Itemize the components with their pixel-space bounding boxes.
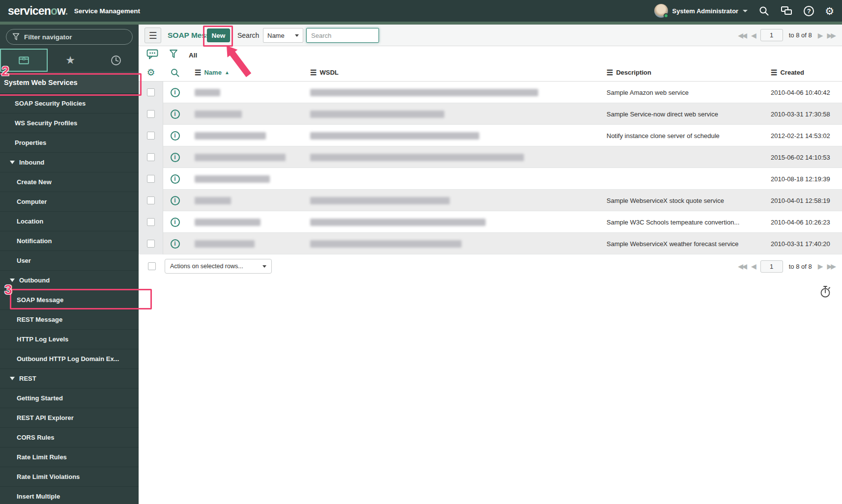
- previous-page-button[interactable]: ◀: [751, 32, 756, 39]
- record-name-redacted[interactable]: [195, 154, 286, 161]
- search-icon[interactable]: [758, 5, 769, 16]
- record-name-redacted[interactable]: [195, 111, 242, 118]
- info-icon[interactable]: i: [171, 174, 180, 184]
- first-page-button[interactable]: ◀◀: [738, 32, 747, 39]
- sidebar-item-rate-limit-violations[interactable]: Rate Limit Violations: [0, 467, 139, 486]
- record-name-redacted[interactable]: [195, 219, 261, 226]
- row-checkbox[interactable]: [147, 132, 155, 140]
- box-icon: [18, 54, 30, 66]
- sidebar-item-notification[interactable]: Notification: [0, 231, 139, 251]
- sidebar-item-outbound[interactable]: Outbound: [0, 270, 139, 290]
- row-checkbox[interactable]: [147, 153, 155, 161]
- table-row[interactable]: i 2010-08-18 12:19:39: [139, 168, 842, 190]
- sidebar-item-outbound-http-log-domain-ex[interactable]: Outbound HTTP Log Domain Ex...: [0, 349, 139, 368]
- sidebar-item-computer[interactable]: Computer: [0, 192, 139, 211]
- application-navigator: ★ System Web Services SOAP Security Poli…: [0, 25, 139, 504]
- table-row[interactable]: i Sample Amazon web service 2010-04-06 1…: [139, 82, 842, 103]
- sidebar-item-rest[interactable]: REST: [0, 368, 139, 388]
- info-icon[interactable]: i: [171, 88, 180, 97]
- last-page-button[interactable]: ▶▶: [827, 32, 836, 39]
- personalize-list-gear-icon[interactable]: ⚙: [139, 68, 163, 77]
- column-menu-icon[interactable]: ☰: [607, 69, 613, 76]
- sidebar-item-ws-security-profiles[interactable]: WS Security Profiles: [0, 113, 139, 133]
- tab-history[interactable]: [93, 49, 139, 72]
- info-icon[interactable]: i: [171, 110, 180, 119]
- search-column-select[interactable]: Name: [263, 28, 303, 43]
- sidebar-item-location[interactable]: Location: [0, 211, 139, 231]
- column-menu-icon[interactable]: ☰: [310, 69, 317, 76]
- table-row[interactable]: i Sample W3C Schools tempeature converti…: [139, 211, 842, 233]
- table-row[interactable]: i 2015-06-02 14:10:53: [139, 146, 842, 168]
- search-column-value: Name: [267, 32, 285, 39]
- list-search-input[interactable]: [306, 28, 379, 43]
- chevron-down-icon: [295, 34, 299, 37]
- first-page-button[interactable]: ◀◀: [738, 263, 747, 270]
- help-icon[interactable]: ?: [804, 6, 814, 16]
- user-menu[interactable]: System Administrator: [654, 4, 748, 18]
- list-context-menu-button[interactable]: ☰: [145, 28, 161, 43]
- row-checkbox[interactable]: [147, 110, 155, 118]
- record-created: 2010-03-31 17:40:20: [771, 240, 842, 248]
- row-checkbox[interactable]: [147, 175, 155, 183]
- record-name-redacted[interactable]: [195, 132, 266, 140]
- gear-icon[interactable]: ⚙: [825, 6, 834, 16]
- next-page-button[interactable]: ▶: [818, 263, 823, 270]
- column-menu-icon[interactable]: ☰: [771, 69, 777, 76]
- response-time-icon[interactable]: [819, 285, 832, 301]
- breadcrumb-all[interactable]: All: [189, 52, 197, 59]
- select-all-checkbox[interactable]: [148, 262, 156, 270]
- table-row[interactable]: i Sample Service-now direct web service …: [139, 103, 842, 125]
- info-icon[interactable]: i: [171, 153, 180, 162]
- sidebar-item-inbound[interactable]: Inbound: [0, 152, 139, 172]
- sidebar-item-getting-started[interactable]: Getting Started: [0, 388, 139, 408]
- sidebar-item-insert-multiple[interactable]: Insert Multiple: [0, 486, 139, 504]
- info-icon[interactable]: i: [171, 239, 180, 249]
- triangle-down-icon: [10, 279, 15, 282]
- breadcrumb-funnel-icon[interactable]: [169, 49, 178, 61]
- pagination-top: ◀◀ ◀ to 8 of 8 ▶ ▶▶: [738, 29, 836, 41]
- column-menu-icon[interactable]: ☰: [195, 69, 201, 76]
- annotation-box-system-web-services: [0, 73, 142, 96]
- next-page-button[interactable]: ▶: [818, 32, 823, 39]
- record-name-redacted[interactable]: [195, 197, 231, 204]
- sidebar-item-user[interactable]: User: [0, 251, 139, 270]
- info-icon[interactable]: i: [171, 218, 180, 227]
- sidebar-item-rate-limit-rules[interactable]: Rate Limit Rules: [0, 447, 139, 467]
- sidebar-item-cors-rules[interactable]: CORS Rules: [0, 427, 139, 447]
- chat-icon[interactable]: [780, 5, 793, 16]
- last-page-button[interactable]: ▶▶: [827, 263, 836, 270]
- filter-navigator-field[interactable]: [6, 29, 133, 45]
- actions-select[interactable]: Actions on selected rows...: [165, 259, 272, 274]
- column-header-created[interactable]: ☰ Created: [771, 69, 842, 76]
- sidebar-item-create-new[interactable]: Create New: [0, 172, 139, 192]
- filter-navigator-input[interactable]: [24, 33, 126, 41]
- info-icon[interactable]: i: [171, 131, 180, 140]
- sidebar-item-rest-api-explorer[interactable]: REST API Explorer: [0, 408, 139, 427]
- record-wsdl-redacted: [310, 219, 486, 226]
- row-checkbox[interactable]: [147, 196, 155, 204]
- column-header-wsdl[interactable]: ☰ WSDL: [310, 69, 607, 76]
- row-checkbox[interactable]: [147, 240, 155, 248]
- page-number-input[interactable]: [760, 260, 783, 273]
- previous-page-button[interactable]: ◀: [751, 263, 756, 270]
- sidebar-item-properties[interactable]: Properties: [0, 133, 139, 152]
- row-checkbox[interactable]: [147, 88, 155, 96]
- page-number-input[interactable]: [760, 29, 783, 41]
- record-name-redacted[interactable]: [195, 240, 255, 248]
- table-row[interactable]: i Sample WebserviceX stock quote service…: [139, 190, 842, 211]
- row-checkbox[interactable]: [147, 218, 155, 226]
- record-name-redacted[interactable]: [195, 175, 270, 183]
- top-banner: servicenow● Service Management System Ad…: [0, 0, 842, 22]
- record-description: Sample Service-now direct web service: [607, 111, 771, 118]
- table-row[interactable]: i Notify instance clone server of schedu…: [139, 125, 842, 146]
- record-name-redacted[interactable]: [195, 89, 220, 96]
- sidebar-item-rest-message[interactable]: REST Message: [0, 309, 139, 329]
- column-search-icon[interactable]: [163, 68, 187, 78]
- tab-favorites[interactable]: ★: [48, 49, 93, 72]
- list-comments-icon[interactable]: [146, 49, 158, 62]
- info-icon[interactable]: i: [171, 196, 180, 205]
- sidebar-item-soap-security-policies[interactable]: SOAP Security Policies: [0, 93, 139, 113]
- sidebar-item-http-log-levels[interactable]: HTTP Log Levels: [0, 329, 139, 349]
- table-row[interactable]: i Sample WebserviceX weather forecast se…: [139, 233, 842, 254]
- column-header-description[interactable]: ☰ Description: [607, 69, 771, 76]
